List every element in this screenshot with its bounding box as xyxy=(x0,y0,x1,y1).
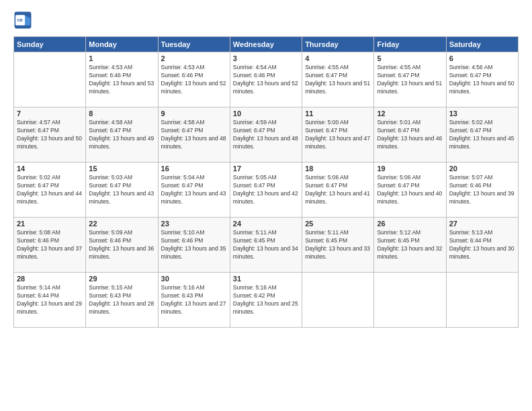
day-info: Sunrise: 5:08 AMSunset: 6:46 PMDaylight:… xyxy=(17,229,83,261)
day-number: 30 xyxy=(161,275,227,283)
day-number: 19 xyxy=(377,165,443,173)
col-header-wednesday: Wednesday xyxy=(230,37,302,52)
calendar-table: SundayMondayTuesdayWednesdayThursdayFrid… xyxy=(13,36,519,328)
day-cell: 6 Sunrise: 4:56 AMSunset: 6:47 PMDayligh… xyxy=(446,52,518,107)
day-cell: 24 Sunrise: 5:11 AMSunset: 6:45 PMDaylig… xyxy=(230,218,302,273)
day-number: 25 xyxy=(305,220,371,228)
day-number: 3 xyxy=(233,54,299,62)
day-number: 7 xyxy=(17,109,83,118)
day-info: Sunrise: 4:57 AMSunset: 6:47 PMDaylight:… xyxy=(17,119,83,151)
day-number: 13 xyxy=(449,109,515,118)
day-cell: 5 Sunrise: 4:55 AMSunset: 6:47 PMDayligh… xyxy=(374,52,446,107)
day-cell: 20 Sunrise: 5:07 AMSunset: 6:46 PMDaylig… xyxy=(446,163,518,218)
header: GB xyxy=(13,11,519,30)
col-header-monday: Monday xyxy=(86,37,158,52)
day-cell: 25 Sunrise: 5:11 AMSunset: 6:45 PMDaylig… xyxy=(302,218,374,273)
day-number: 14 xyxy=(17,165,83,173)
day-cell: 2 Sunrise: 4:53 AMSunset: 6:46 PMDayligh… xyxy=(158,52,230,107)
day-number: 31 xyxy=(233,275,299,283)
day-cell: 16 Sunrise: 5:04 AMSunset: 6:47 PMDaylig… xyxy=(158,163,230,218)
day-info: Sunrise: 5:06 AMSunset: 6:47 PMDaylight:… xyxy=(377,174,443,206)
day-cell xyxy=(446,273,518,328)
day-number: 2 xyxy=(161,54,227,62)
day-info: Sunrise: 5:03 AMSunset: 6:47 PMDaylight:… xyxy=(89,174,154,206)
day-number: 22 xyxy=(89,220,154,228)
day-info: Sunrise: 5:05 AMSunset: 6:47 PMDaylight:… xyxy=(233,174,299,206)
day-cell xyxy=(374,273,446,328)
day-number: 17 xyxy=(233,165,299,173)
day-info: Sunrise: 5:14 AMSunset: 6:44 PMDaylight:… xyxy=(17,284,83,316)
day-info: Sunrise: 4:58 AMSunset: 6:47 PMDaylight:… xyxy=(89,119,154,151)
day-number: 26 xyxy=(377,220,443,228)
day-info: Sunrise: 5:02 AMSunset: 6:47 PMDaylight:… xyxy=(17,174,83,206)
day-cell: 22 Sunrise: 5:09 AMSunset: 6:46 PMDaylig… xyxy=(86,218,158,273)
day-cell: 11 Sunrise: 5:00 AMSunset: 6:47 PMDaylig… xyxy=(302,107,374,163)
logo-icon: GB xyxy=(13,11,32,30)
day-cell: 4 Sunrise: 4:55 AMSunset: 6:47 PMDayligh… xyxy=(302,52,374,107)
day-info: Sunrise: 5:01 AMSunset: 6:47 PMDaylight:… xyxy=(377,119,443,151)
page: GB SundayMondayTuesdayWednesdayThursdayF… xyxy=(0,0,532,411)
day-cell: 27 Sunrise: 5:13 AMSunset: 6:44 PMDaylig… xyxy=(446,218,518,273)
day-cell: 3 Sunrise: 4:54 AMSunset: 6:46 PMDayligh… xyxy=(230,52,302,107)
day-number: 4 xyxy=(305,54,371,62)
week-row-1: 1 Sunrise: 4:53 AMSunset: 6:46 PMDayligh… xyxy=(14,52,519,107)
day-info: Sunrise: 5:07 AMSunset: 6:46 PMDaylight:… xyxy=(449,174,515,206)
day-info: Sunrise: 4:55 AMSunset: 6:47 PMDaylight:… xyxy=(305,64,371,96)
day-cell: 31 Sunrise: 5:16 AMSunset: 6:42 PMDaylig… xyxy=(230,273,302,328)
col-header-tuesday: Tuesday xyxy=(158,37,230,52)
week-row-4: 21 Sunrise: 5:08 AMSunset: 6:46 PMDaylig… xyxy=(14,218,519,273)
day-number: 9 xyxy=(161,109,227,118)
day-number: 18 xyxy=(305,165,371,173)
day-number: 8 xyxy=(89,109,154,118)
day-info: Sunrise: 5:02 AMSunset: 6:47 PMDaylight:… xyxy=(449,119,515,151)
week-row-3: 14 Sunrise: 5:02 AMSunset: 6:47 PMDaylig… xyxy=(14,163,519,218)
day-cell: 19 Sunrise: 5:06 AMSunset: 6:47 PMDaylig… xyxy=(374,163,446,218)
day-info: Sunrise: 5:15 AMSunset: 6:43 PMDaylight:… xyxy=(89,284,154,316)
day-cell: 13 Sunrise: 5:02 AMSunset: 6:47 PMDaylig… xyxy=(446,107,518,163)
day-info: Sunrise: 5:13 AMSunset: 6:44 PMDaylight:… xyxy=(449,229,515,261)
day-info: Sunrise: 4:53 AMSunset: 6:46 PMDaylight:… xyxy=(161,64,227,96)
day-number: 15 xyxy=(89,165,154,173)
day-cell: 14 Sunrise: 5:02 AMSunset: 6:47 PMDaylig… xyxy=(14,163,86,218)
day-number: 23 xyxy=(161,220,227,228)
logo: GB xyxy=(13,11,35,30)
day-cell: 12 Sunrise: 5:01 AMSunset: 6:47 PMDaylig… xyxy=(374,107,446,163)
day-cell: 29 Sunrise: 5:15 AMSunset: 6:43 PMDaylig… xyxy=(86,273,158,328)
day-number: 6 xyxy=(449,54,515,62)
day-cell: 26 Sunrise: 5:12 AMSunset: 6:45 PMDaylig… xyxy=(374,218,446,273)
day-info: Sunrise: 4:53 AMSunset: 6:46 PMDaylight:… xyxy=(89,64,154,96)
day-cell: 9 Sunrise: 4:58 AMSunset: 6:47 PMDayligh… xyxy=(158,107,230,163)
day-info: Sunrise: 5:09 AMSunset: 6:46 PMDaylight:… xyxy=(89,229,154,261)
day-number: 29 xyxy=(89,275,154,283)
day-cell: 10 Sunrise: 4:59 AMSunset: 6:47 PMDaylig… xyxy=(230,107,302,163)
day-cell: 15 Sunrise: 5:03 AMSunset: 6:47 PMDaylig… xyxy=(86,163,158,218)
day-info: Sunrise: 4:56 AMSunset: 6:47 PMDaylight:… xyxy=(449,64,515,96)
day-cell: 18 Sunrise: 5:06 AMSunset: 6:47 PMDaylig… xyxy=(302,163,374,218)
day-info: Sunrise: 5:16 AMSunset: 6:42 PMDaylight:… xyxy=(233,284,299,316)
day-cell: 1 Sunrise: 4:53 AMSunset: 6:46 PMDayligh… xyxy=(86,52,158,107)
day-number: 5 xyxy=(377,54,443,62)
day-number: 28 xyxy=(17,275,83,283)
day-info: Sunrise: 5:00 AMSunset: 6:47 PMDaylight:… xyxy=(305,119,371,151)
day-info: Sunrise: 5:06 AMSunset: 6:47 PMDaylight:… xyxy=(305,174,371,206)
week-row-2: 7 Sunrise: 4:57 AMSunset: 6:47 PMDayligh… xyxy=(14,107,519,163)
day-number: 11 xyxy=(305,109,371,118)
day-cell: 28 Sunrise: 5:14 AMSunset: 6:44 PMDaylig… xyxy=(14,273,86,328)
day-info: Sunrise: 5:12 AMSunset: 6:45 PMDaylight:… xyxy=(377,229,443,261)
day-info: Sunrise: 4:59 AMSunset: 6:47 PMDaylight:… xyxy=(233,119,299,151)
svg-text:GB: GB xyxy=(17,18,22,22)
day-number: 12 xyxy=(377,109,443,118)
day-info: Sunrise: 5:11 AMSunset: 6:45 PMDaylight:… xyxy=(233,229,299,261)
day-info: Sunrise: 5:04 AMSunset: 6:47 PMDaylight:… xyxy=(161,174,227,206)
calendar-header-row: SundayMondayTuesdayWednesdayThursdayFrid… xyxy=(14,37,519,52)
day-cell xyxy=(302,273,374,328)
day-info: Sunrise: 5:16 AMSunset: 6:43 PMDaylight:… xyxy=(161,284,227,316)
day-cell: 30 Sunrise: 5:16 AMSunset: 6:43 PMDaylig… xyxy=(158,273,230,328)
day-info: Sunrise: 4:58 AMSunset: 6:47 PMDaylight:… xyxy=(161,119,227,151)
day-cell: 23 Sunrise: 5:10 AMSunset: 6:46 PMDaylig… xyxy=(158,218,230,273)
col-header-saturday: Saturday xyxy=(446,37,518,52)
day-cell: 8 Sunrise: 4:58 AMSunset: 6:47 PMDayligh… xyxy=(86,107,158,163)
week-row-5: 28 Sunrise: 5:14 AMSunset: 6:44 PMDaylig… xyxy=(14,273,519,328)
col-header-thursday: Thursday xyxy=(302,37,374,52)
day-cell xyxy=(14,52,86,107)
